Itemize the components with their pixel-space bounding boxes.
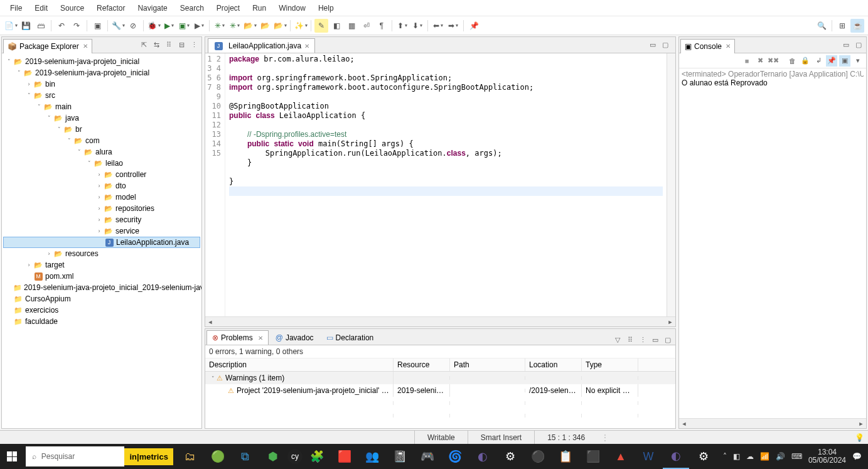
maximize-icon[interactable]: ▢ (854, 40, 864, 50)
tree-service[interactable]: ›service (3, 225, 200, 237)
new-plugin-button[interactable]: ✳ (228, 19, 242, 33)
debug-button[interactable]: 🐞 (147, 19, 161, 33)
word-icon[interactable]: W (635, 444, 662, 469)
editor-hscroll[interactable]: ◄ ► (205, 316, 675, 326)
tree-bin[interactable]: ›bin (3, 78, 200, 90)
back-button[interactable]: ⬅ (431, 19, 445, 33)
minimize-icon[interactable]: ▭ (650, 335, 660, 345)
editor-body[interactable]: 1 2 3 4 5 6 7 8 9 10 11 12 13 14 15 pack… (205, 53, 675, 316)
status-menu-icon[interactable]: ⋮ (597, 431, 613, 444)
tray-clock[interactable]: 13:0405/06/2024 (808, 448, 846, 465)
minimize-icon[interactable]: ▭ (648, 40, 658, 50)
chrome-icon[interactable]: 🟢 (205, 444, 231, 469)
menu-window[interactable]: Window (274, 1, 311, 15)
remove-launch-icon[interactable]: ✖ (754, 55, 766, 67)
tree-closed-1[interactable]: 2019-selenium-java-projeto_inicial_2019-… (3, 282, 200, 293)
filter-icon[interactable]: ⠿ (164, 40, 174, 50)
close-icon[interactable]: ✕ (726, 43, 731, 50)
tab-problems[interactable]: ⊗Problems✕ (206, 330, 269, 345)
save-all-button[interactable]: 🗃 (34, 19, 48, 33)
toggle-mark-button[interactable]: ✎ (314, 19, 328, 33)
menu-navigate[interactable]: Navigate (132, 1, 172, 15)
tab-javadoc[interactable]: @Javadoc (270, 330, 319, 345)
tree-model[interactable]: ›model (3, 191, 200, 203)
tree-resources[interactable]: ›resources (3, 248, 200, 259)
scroll-lock-icon[interactable]: 🔒 (800, 55, 811, 67)
col-resource[interactable]: Resource (394, 358, 450, 371)
teams-icon[interactable]: 👥 (359, 444, 385, 469)
wizard-button[interactable]: ✨ (294, 19, 308, 33)
annotation-prev-button[interactable]: ⬆ (395, 19, 409, 33)
tree-closed-2[interactable]: CursoAppium (3, 293, 200, 305)
tree-dto[interactable]: ›dto (3, 180, 200, 191)
display-console-icon[interactable]: ▣ (839, 55, 850, 67)
cypress-icon[interactable]: cy (287, 449, 303, 464)
obs-icon[interactable]: ⚫ (525, 444, 551, 469)
pin-console-icon[interactable]: 📌 (826, 55, 837, 67)
annotation-next-button[interactable]: ⬇ (410, 19, 424, 33)
minimize-icon[interactable]: ▭ (841, 40, 851, 50)
pilcrow-button[interactable]: ¶ (375, 19, 388, 33)
skip-breakpoints-button[interactable]: ⊘ (126, 19, 140, 33)
app-icon[interactable]: 📓 (387, 444, 413, 469)
code-area[interactable]: package br.com.alura.leilao; import org.… (225, 53, 667, 316)
tree-pom[interactable]: pom.xml (3, 271, 200, 282)
tree-project[interactable]: ˅2019-selenium-java-projeto_inicial (3, 56, 200, 67)
app-icon[interactable]: 📋 (552, 444, 579, 469)
word-wrap-icon[interactable]: ↲ (813, 55, 824, 67)
vscode-icon[interactable]: ⧉ (232, 444, 259, 469)
menu-file[interactable]: File (5, 1, 27, 15)
menu-source[interactable]: Source (55, 1, 89, 15)
save-button[interactable]: 💾 (19, 19, 33, 33)
tip-icon[interactable]: 💡 (855, 433, 864, 442)
app-icon[interactable]: ⚙ (497, 444, 523, 469)
open-type-button[interactable]: 📂 (243, 19, 257, 33)
new-button[interactable]: 📄 (4, 19, 18, 33)
clear-console-icon[interactable]: 🗑 (786, 55, 798, 67)
tray-app-icon[interactable]: ◧ (733, 452, 740, 461)
tree-security[interactable]: ›security (3, 214, 200, 225)
new-java-button[interactable]: ✳ (213, 19, 227, 33)
scroll-right-icon[interactable]: ► (856, 421, 866, 427)
java-perspective-button[interactable]: ☕ (850, 19, 864, 33)
tree-leilao-application[interactable]: LeilaoApplication.java (3, 237, 200, 248)
tree-br[interactable]: ˅br (3, 124, 200, 135)
tree-java[interactable]: ˅java (3, 112, 200, 124)
run-button[interactable]: ▶ (162, 19, 176, 33)
menu-project[interactable]: Project (212, 1, 245, 15)
tree-target[interactable]: ›target (3, 259, 200, 271)
maximize-icon[interactable]: ▢ (660, 40, 670, 50)
tray-cloud-icon[interactable]: ☁ (746, 452, 754, 461)
start-button[interactable] (0, 444, 24, 469)
col-type[interactable]: Type (582, 358, 638, 371)
tray-chevron-icon[interactable]: ˄ (723, 452, 727, 461)
tree-subproject[interactable]: ˅2019-selenium-java-projeto_inicial (3, 67, 200, 78)
toggle-block-button[interactable]: ◧ (330, 19, 343, 33)
scroll-right-icon[interactable]: ► (665, 319, 675, 325)
problems-group-warnings[interactable]: ˅Warnings (1 item) (205, 372, 675, 384)
search-button[interactable]: 📂 (273, 19, 287, 33)
eclipse-icon[interactable]: ◐ (469, 444, 496, 469)
taskbar-search[interactable]: ⌕Pesquisar (26, 446, 125, 466)
menu-search[interactable]: Search (175, 1, 209, 15)
eclipse-running-icon[interactable]: ◐ (663, 444, 689, 469)
intellij-icon[interactable]: 🟥 (331, 444, 358, 469)
col-path[interactable]: Path (450, 358, 525, 371)
inmetrics-badge[interactable]: in|metrics (124, 448, 173, 465)
tray-notifications-icon[interactable]: 💬 (852, 452, 862, 461)
app-icon[interactable]: ▲ (608, 444, 634, 469)
console-hscroll[interactable]: ◄ ► (679, 418, 866, 428)
menu-refactor[interactable]: Refactor (92, 1, 130, 15)
console-output[interactable]: <terminated> OperadorTernario [Java Appl… (679, 68, 866, 418)
pin-editor-button[interactable]: 📌 (467, 19, 481, 33)
tree-closed-3[interactable]: exercicios (3, 305, 200, 316)
open-task-button[interactable]: 📂 (258, 19, 272, 33)
problems-header[interactable]: Description Resource Path Location Type (205, 358, 675, 372)
file-explorer-icon[interactable]: 🗂 (177, 444, 203, 469)
app-icon[interactable]: ⬢ (260, 444, 286, 469)
coverage-button[interactable]: ▣ (177, 19, 191, 33)
menu-run[interactable]: Run (247, 1, 271, 15)
editor-tab-leilao[interactable]: LeilaoApplication.java ✕ (208, 38, 315, 53)
link-editor-icon[interactable]: ⇆ (151, 40, 161, 50)
console-tab[interactable]: ▣ Console ✕ (680, 39, 735, 53)
